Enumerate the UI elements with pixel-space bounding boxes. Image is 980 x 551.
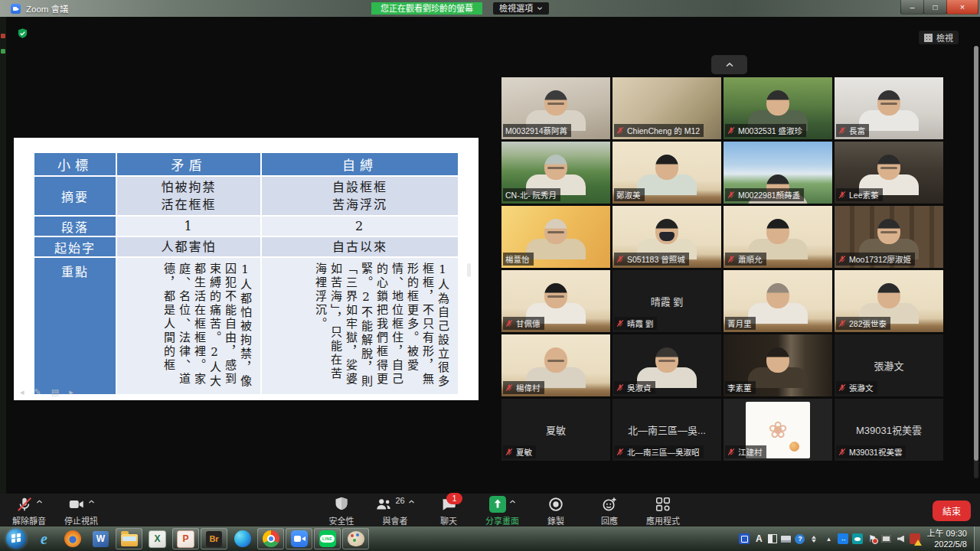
tray-icon-network[interactable] (881, 535, 891, 543)
mic-off-icon (505, 383, 513, 392)
taskbar-app-explorer[interactable] (116, 528, 142, 549)
participant-tile[interactable]: ❀江建村 (724, 399, 832, 461)
participant-tile[interactable]: 楊偉村 (501, 334, 610, 396)
tray-icon-help[interactable]: ? (795, 534, 805, 544)
participant-tile[interactable]: 張瀞文張瀞文 (835, 334, 943, 396)
participant-tile[interactable]: Lee素蓁 (835, 142, 943, 204)
divider-handle[interactable] (467, 263, 471, 277)
participant-tile[interactable]: 蕭順允 (724, 206, 832, 268)
collapse-gallery-button[interactable] (711, 55, 747, 74)
caret-up-icon[interactable] (408, 497, 415, 506)
participant-tile[interactable]: 夏敏夏敏 (501, 399, 610, 461)
participant-name: M0032531 盛淑珍 (738, 125, 802, 136)
participant-tile[interactable]: S051183 曾照城 (612, 206, 721, 268)
control-bar-center-group: 安全性26與會者1聊天分享畫面錄製回應應用程式 (322, 496, 683, 527)
participant-tile[interactable]: 長富 (835, 77, 943, 139)
taskbar-app-line[interactable]: LINE (314, 528, 341, 549)
mic-off-icon (616, 448, 624, 456)
table-cell: 怕被拘禁 活在框框 (117, 177, 260, 215)
tray-icon-up-down[interactable] (808, 533, 819, 544)
participant-tile[interactable]: M0022981顏蒔盞 (724, 142, 832, 204)
participant-tile[interactable]: 菁月里 (724, 270, 832, 332)
caret-up-icon[interactable] (88, 497, 95, 506)
participant-tile[interactable]: 鄭淑美 (612, 142, 721, 204)
participant-tile[interactable]: CN-北- 阮秀月 (501, 142, 610, 204)
participant-center-name: 北—南三區—吳... (612, 422, 721, 437)
tray-icon-half-shape[interactable] (768, 534, 777, 543)
tray-icon-lang-a[interactable]: A (753, 533, 764, 544)
view-options-button[interactable]: 檢視選項 (493, 2, 549, 15)
chat-button[interactable]: 1聊天 (429, 496, 469, 527)
participant-tile[interactable]: 北—南三區—吳...北—南三區—吳淑昭 (612, 399, 721, 461)
tray-icon-ime[interactable] (739, 533, 750, 544)
zoom-app-icon (11, 4, 21, 14)
notification-badge: 1 (446, 493, 462, 504)
view-button[interactable]: 檢視 (919, 31, 959, 44)
desktop-icon-green (1, 49, 5, 54)
participant-name-label: M0032531 盛淑珍 (725, 124, 806, 137)
participant-name: M0022981顏蒔盞 (738, 189, 800, 201)
participant-tile[interactable]: ChienCheng 的 M12 (612, 77, 721, 139)
participant-tile[interactable]: 楊薏怡 (501, 206, 610, 268)
participant-tile[interactable]: 李素菫 (724, 334, 832, 396)
participant-name: M0032914蔡阿苒 (505, 125, 567, 136)
taskbar-app-ie[interactable]: e (31, 528, 57, 549)
tray-clock[interactable]: 上午 09:30 2022/5/8 (926, 528, 967, 550)
caret-up-icon[interactable] (36, 497, 43, 506)
taskbar-app-bridge[interactable]: Br (201, 528, 227, 549)
scrollbar-handle[interactable] (974, 46, 978, 461)
share-button[interactable]: 分享畫面 (482, 496, 522, 527)
participant-tile[interactable]: 282張世泰 (835, 270, 943, 332)
taskbar-app-edge[interactable] (229, 528, 256, 549)
participant-name-label: 菁月里 (725, 317, 756, 330)
button-label: 解除靜音 (12, 514, 46, 527)
taskbar-app-zoom[interactable] (286, 528, 312, 549)
close-button[interactable]: × (946, 0, 978, 15)
security-button[interactable]: 安全性 (322, 496, 361, 527)
participant-tile[interactable]: M39031祝美雲M39031祝美雲 (835, 399, 943, 461)
participants-button[interactable]: 26與會者 (375, 496, 415, 527)
tray-icon-action-flag[interactable]: ⚑ (867, 533, 877, 544)
taskbar-app-powerpoint[interactable]: P (172, 528, 199, 549)
mic-off-icon (838, 319, 846, 328)
reactions-icon (601, 496, 618, 514)
apps-button[interactable]: 應用程式 (643, 496, 683, 527)
maximize-button[interactable]: □ (923, 0, 947, 15)
participant-name-label: 張瀞文 (836, 381, 877, 394)
participant-tile[interactable]: M0032531 盛淑珍 (724, 77, 832, 139)
window-titlebar: Zoom 會議 您正在觀看劉珍齡的螢幕 檢視選項 –□× (0, 0, 980, 17)
participant-name: Lee素蓁 (849, 189, 879, 201)
tray-icon-teamviewer[interactable]: ↔ (838, 533, 848, 544)
tray-icon-volume[interactable] (895, 533, 906, 544)
caret-up-icon[interactable] (509, 497, 516, 506)
participant-center-name: 晴霞 劉 (612, 294, 721, 308)
minimize-button[interactable]: – (900, 0, 924, 15)
participant-name: 李素菫 (727, 382, 752, 393)
tray-icon-hidden-icons[interactable]: ▴ (823, 533, 834, 544)
tray-icon-monitor-eye[interactable] (852, 533, 863, 544)
start-button[interactable] (2, 528, 29, 549)
table-cell: 2 (262, 217, 458, 236)
participant-tile[interactable]: 晴霞 劉晴霞 劉 (612, 270, 721, 332)
gallery-scrollbar[interactable] (974, 46, 978, 478)
participant-tile[interactable]: M0032914蔡阿苒 (501, 77, 610, 139)
camera-icon (68, 496, 85, 514)
unmute-button[interactable]: 解除靜音 (9, 496, 49, 527)
participant-tile[interactable]: Moo17312廖淑姬 (835, 206, 943, 268)
reactions-button[interactable]: 回應 (590, 496, 629, 527)
taskbar-app-paint[interactable] (342, 528, 369, 549)
stop-video-button[interactable]: 停止視訊 (61, 496, 101, 527)
show-desktop-button[interactable] (974, 527, 980, 551)
tray-icon-warning[interactable] (910, 533, 920, 544)
tray-icon-keyboard[interactable] (781, 536, 791, 543)
taskbar-app-excel[interactable]: X (144, 528, 171, 549)
apps-icon (655, 496, 671, 514)
taskbar-app-word[interactable]: W (87, 528, 114, 549)
taskbar-app-firefox[interactable] (59, 528, 86, 549)
end-meeting-button[interactable]: 結束 (933, 500, 971, 521)
record-button[interactable]: 錄製 (536, 496, 576, 527)
avatar-figure (789, 442, 799, 452)
participant-tile[interactable]: 甘佩僡 (501, 270, 610, 332)
participant-tile[interactable]: 吳淑貞 (612, 334, 721, 396)
taskbar-app-chrome[interactable] (257, 528, 284, 549)
